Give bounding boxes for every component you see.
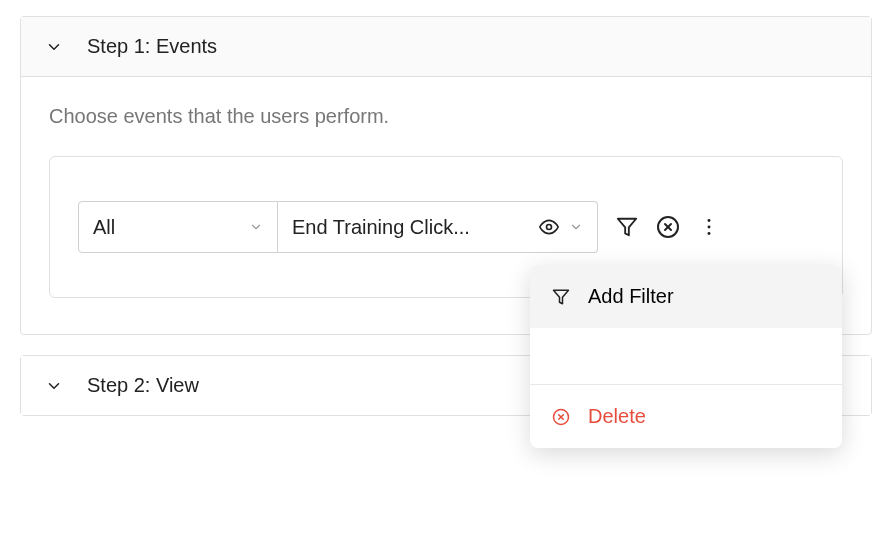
step1-body: Choose events that the users perform. Al…	[21, 77, 871, 334]
more-options-button[interactable]	[698, 216, 720, 238]
chevron-down-icon	[45, 377, 63, 395]
chevron-down-icon	[569, 220, 583, 234]
svg-point-6	[708, 226, 711, 229]
menu-spacer	[530, 328, 842, 384]
step1-header[interactable]: Step 1: Events	[21, 17, 871, 77]
event-row: All End Training Click...	[78, 201, 814, 253]
svg-marker-8	[554, 290, 569, 304]
close-button[interactable]	[656, 215, 680, 239]
menu-add-filter[interactable]: Add Filter	[530, 265, 842, 328]
menu-delete[interactable]: Delete	[530, 385, 842, 448]
filter-select-label: All	[93, 216, 115, 239]
svg-point-0	[547, 225, 552, 230]
step1-section: Step 1: Events Choose events that the us…	[20, 16, 872, 335]
step1-title: Step 1: Events	[87, 35, 217, 58]
svg-point-5	[708, 219, 711, 222]
step2-title: Step 2: View	[87, 374, 199, 397]
menu-add-filter-label: Add Filter	[588, 285, 674, 308]
filter-icon	[552, 288, 570, 306]
chevron-down-icon	[249, 220, 263, 234]
event-box: All End Training Click...	[49, 156, 843, 298]
action-icons	[616, 215, 720, 239]
menu-delete-label: Delete	[588, 405, 646, 428]
eye-icon	[539, 217, 559, 237]
event-select-label: End Training Click...	[292, 216, 470, 239]
dropdown-menu: Add Filter Delete	[530, 265, 842, 448]
step1-description: Choose events that the users perform.	[49, 105, 843, 128]
filter-select[interactable]: All	[78, 201, 278, 253]
close-icon	[552, 408, 570, 426]
filter-button[interactable]	[616, 216, 638, 238]
svg-point-7	[708, 232, 711, 235]
event-select[interactable]: End Training Click...	[278, 201, 598, 253]
svg-marker-1	[618, 219, 636, 236]
chevron-down-icon	[45, 38, 63, 56]
